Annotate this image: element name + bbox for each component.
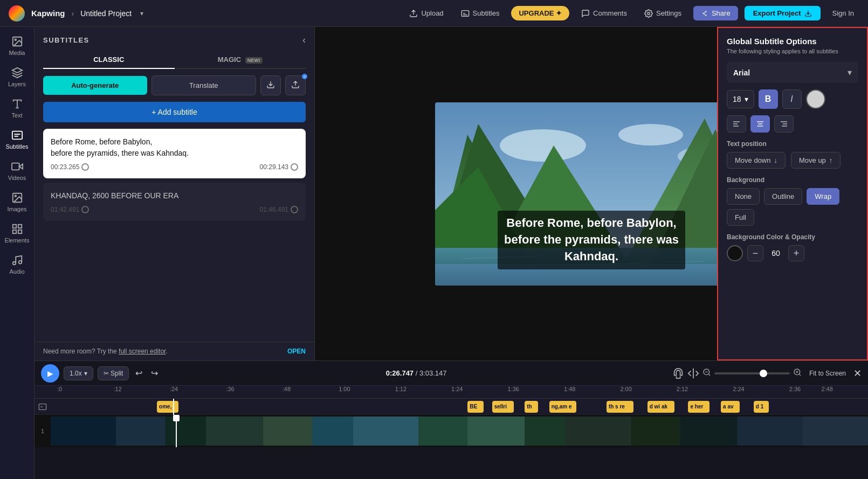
subtitle-text: Before Rome, before Babylon,before the p… bbox=[51, 136, 298, 159]
svg-line-54 bbox=[708, 374, 710, 376]
sidebar-item-audio[interactable]: Audio bbox=[2, 250, 33, 279]
share-button[interactable]: Share bbox=[693, 6, 738, 20]
svg-rect-65 bbox=[165, 416, 206, 446]
subtitle-chip[interactable]: sellri bbox=[492, 401, 514, 413]
subtitles-nav-button[interactable]: Subtitles bbox=[456, 6, 505, 21]
bg-none-button[interactable]: None bbox=[727, 188, 760, 205]
bold-button[interactable]: B bbox=[759, 89, 778, 109]
align-left-button[interactable] bbox=[727, 115, 746, 133]
subtitle-times: 00:23.265 00:29.143 bbox=[51, 163, 298, 171]
svg-point-26 bbox=[18, 261, 22, 264]
sidebar-item-media[interactable]: Media bbox=[2, 31, 33, 60]
svg-rect-73 bbox=[566, 416, 631, 446]
svg-line-8 bbox=[704, 13, 706, 15]
time-start-icon bbox=[81, 206, 89, 213]
panel-actions: Auto-generate Translate + bbox=[35, 69, 314, 102]
import-button[interactable] bbox=[260, 75, 281, 95]
play-button[interactable]: ▶ bbox=[41, 364, 59, 383]
sidebar-item-text[interactable]: Text bbox=[2, 94, 33, 123]
align-right-button[interactable] bbox=[774, 115, 794, 133]
move-down-icon: ↓ bbox=[774, 156, 777, 164]
comments-icon bbox=[581, 9, 590, 18]
bg-outline-button[interactable]: Outline bbox=[764, 188, 802, 205]
subtitle-track-icon bbox=[35, 402, 51, 411]
subtitles-panel: SUBTITLES ‹ CLASSIC MAGIC NEW! Auto-gene… bbox=[35, 27, 315, 360]
text-color-picker[interactable] bbox=[806, 89, 825, 109]
opacity-decrease-button[interactable]: − bbox=[747, 245, 763, 261]
export-subs-button[interactable]: + bbox=[285, 75, 306, 95]
font-name: Arial bbox=[733, 68, 750, 77]
svg-rect-72 bbox=[525, 416, 566, 446]
svg-point-3 bbox=[647, 12, 650, 15]
sidebar-label-layers: Layers bbox=[8, 81, 26, 87]
move-down-button[interactable]: Move down ↓ bbox=[727, 152, 786, 169]
upgrade-button[interactable]: UPGRADE ✦ bbox=[511, 6, 569, 20]
global-subtitle-options: Global Subtitle Options The following st… bbox=[717, 27, 868, 360]
panel-title: SUBTITLES bbox=[43, 36, 89, 44]
tab-classic[interactable]: CLASSIC bbox=[43, 51, 175, 69]
import-icon bbox=[266, 80, 275, 89]
upload-button[interactable]: Upload bbox=[404, 6, 449, 21]
svg-rect-71 bbox=[467, 416, 525, 446]
bg-full-button[interactable]: Full bbox=[727, 209, 754, 226]
subtitle-chip[interactable]: a av bbox=[721, 401, 740, 413]
opacity-value: 60 bbox=[768, 249, 784, 258]
redo-button[interactable]: ↪ bbox=[149, 366, 160, 380]
sidebar-item-videos[interactable]: Videos bbox=[2, 156, 33, 185]
subtitle-chip[interactable]: e her bbox=[688, 401, 709, 413]
sidebar-item-elements[interactable]: Elements bbox=[2, 219, 33, 248]
font-select[interactable]: Arial ▾ bbox=[727, 62, 858, 83]
opacity-increase-button[interactable]: + bbox=[788, 245, 804, 261]
audio-icon bbox=[11, 254, 23, 266]
translate-button[interactable]: Translate bbox=[151, 75, 257, 95]
autogenerate-button[interactable]: Auto-generate bbox=[43, 76, 147, 95]
bg-color-picker[interactable] bbox=[727, 245, 743, 261]
sidebar-item-layers[interactable]: Layers bbox=[2, 63, 33, 92]
zoom-in-button[interactable] bbox=[793, 368, 802, 378]
subtitle-chip[interactable]: ng,am e bbox=[549, 401, 576, 413]
align-center-icon bbox=[756, 120, 764, 128]
align-center-button[interactable] bbox=[750, 115, 770, 133]
panel-close-button[interactable]: ‹ bbox=[302, 34, 306, 46]
project-chevron-icon[interactable]: ▾ bbox=[140, 10, 143, 17]
timeline-bar: ▶ 1.0x ▾ ✂ Split ↩ ↪ 0:26.747 / 3:03.147 bbox=[35, 360, 868, 479]
zoom-out-button[interactable] bbox=[702, 368, 711, 378]
svg-rect-64 bbox=[116, 416, 165, 446]
subtitle-item[interactable]: KHANDAQ, 2600 BEFORE OUR ERA 01:42.491 0… bbox=[43, 183, 306, 221]
undo-button[interactable]: ↩ bbox=[133, 366, 144, 380]
subtitle-chip[interactable]: d 1 bbox=[754, 401, 769, 413]
open-button[interactable]: OPEN bbox=[287, 348, 306, 355]
settings-button[interactable]: Settings bbox=[639, 6, 687, 21]
subtitle-chip[interactable]: th s re bbox=[607, 401, 633, 413]
speed-button[interactable]: 1.0x ▾ bbox=[64, 366, 93, 380]
text-position-label: Text position bbox=[727, 140, 858, 148]
close-timeline-button[interactable]: ✕ bbox=[853, 367, 862, 379]
svg-rect-76 bbox=[737, 416, 802, 446]
subtitle-chip[interactable]: th bbox=[525, 401, 538, 413]
font-size-select[interactable]: 18 ▾ bbox=[727, 90, 754, 108]
comments-button[interactable]: Comments bbox=[576, 6, 632, 21]
svg-point-6 bbox=[705, 15, 706, 16]
signin-button[interactable]: Sign In bbox=[827, 6, 859, 20]
sidebar-item-subtitles[interactable]: Subtitles bbox=[2, 125, 33, 154]
add-subtitle-button[interactable]: + Add subtitle bbox=[43, 102, 306, 122]
zoom-slider[interactable] bbox=[714, 372, 790, 374]
sidebar-item-images[interactable]: Images bbox=[2, 188, 33, 217]
elements-icon bbox=[11, 223, 23, 235]
fullscreen-link[interactable]: full screen editor bbox=[119, 348, 166, 355]
tab-magic[interactable]: MAGIC NEW! bbox=[175, 51, 306, 69]
fit-screen-button[interactable]: Fit to Screen bbox=[805, 367, 850, 379]
bg-wrap-button[interactable]: Wrap bbox=[807, 188, 839, 205]
subtitle-track: ome, BE sellri th ng,am e th s re d wi a… bbox=[35, 399, 868, 415]
subtitle-chip[interactable]: BE bbox=[467, 401, 484, 413]
subtitle-chip[interactable]: d wi ak bbox=[647, 401, 674, 413]
split-button[interactable]: ✂ Split bbox=[98, 366, 129, 380]
export-button[interactable]: Export Project bbox=[745, 6, 821, 20]
svg-rect-22 bbox=[18, 225, 21, 228]
move-up-button[interactable]: Move up ↑ bbox=[791, 152, 841, 169]
subtitle-item[interactable]: Before Rome, before Babylon,before the p… bbox=[43, 129, 306, 178]
time-start: 00:23.265 bbox=[51, 163, 89, 171]
subtitle-chip[interactable]: ome, bbox=[157, 401, 178, 413]
italic-button[interactable]: I bbox=[782, 89, 802, 109]
content-area: SUBTITLES ‹ CLASSIC MAGIC NEW! Auto-gene… bbox=[35, 27, 868, 479]
